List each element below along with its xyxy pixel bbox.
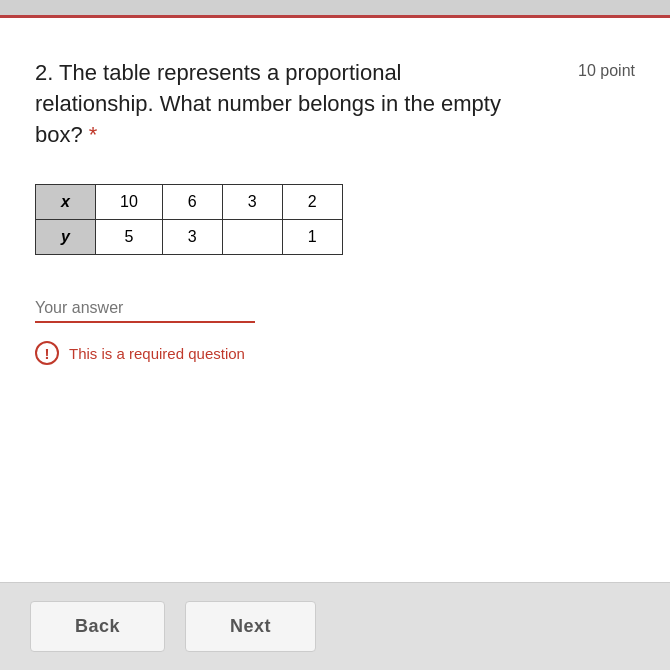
required-message: This is a required question xyxy=(69,345,245,362)
table-cell-x1: 10 xyxy=(96,185,163,220)
required-notice: ! This is a required question xyxy=(35,341,635,365)
bottom-bar: Back Next xyxy=(0,582,670,670)
required-icon: ! xyxy=(35,341,59,365)
content-area: 2. The table represents a proportional r… xyxy=(0,18,670,582)
points-label: 10 point xyxy=(578,62,635,80)
proportional-table: x 10 6 3 2 y 5 3 1 xyxy=(35,184,343,255)
answer-section xyxy=(35,295,635,323)
question-text: 2. The table represents a proportional r… xyxy=(35,58,515,150)
exclamation-icon: ! xyxy=(45,345,50,362)
table-cell-x3: 3 xyxy=(222,185,282,220)
table-cell-y1: 5 xyxy=(96,220,163,255)
answer-input[interactable] xyxy=(35,295,255,323)
table-cell-x4: 2 xyxy=(282,185,342,220)
next-button[interactable]: Next xyxy=(185,601,316,652)
top-bar xyxy=(0,0,670,18)
table-container: x 10 6 3 2 y 5 3 1 xyxy=(35,184,635,255)
required-star: * xyxy=(89,122,98,147)
table-cell-y4: 1 xyxy=(282,220,342,255)
question-body: The table represents a proportional rela… xyxy=(35,60,501,147)
question-header: 2. The table represents a proportional r… xyxy=(35,58,635,150)
back-button[interactable]: Back xyxy=(30,601,165,652)
table-cell-y2: 3 xyxy=(162,220,222,255)
question-number: 2. xyxy=(35,60,53,85)
table-header-x: x xyxy=(36,185,96,220)
table-cell-y3-empty xyxy=(222,220,282,255)
table-header-y: y xyxy=(36,220,96,255)
table-cell-x2: 6 xyxy=(162,185,222,220)
